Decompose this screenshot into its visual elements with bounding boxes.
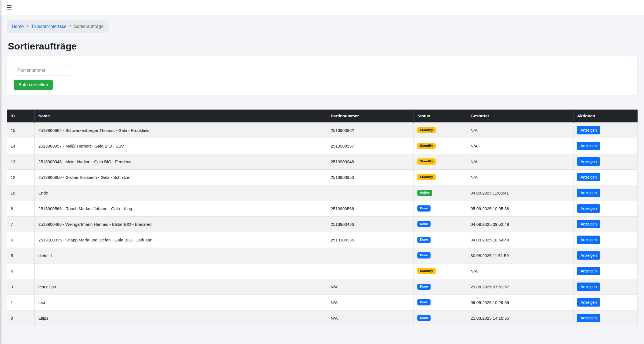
- cell-gestartet: 04.09.2025 09:52:49: [467, 216, 574, 232]
- cell-id: 7: [7, 216, 35, 232]
- cell-aktionen: Anzeigen: [574, 310, 638, 326]
- page-title: Sortieraufträge: [8, 41, 637, 52]
- status-badge: StandBy: [417, 127, 436, 133]
- cell-status: StandBy: [414, 138, 467, 154]
- cell-partienummer: N/A: [327, 310, 414, 326]
- cell-id: 0: [7, 310, 35, 326]
- status-badge: StandBy: [417, 143, 436, 149]
- cell-name: 2513900957 - Meißl Herbert - Gala BIO - …: [35, 138, 327, 154]
- breadcrumb-link-home[interactable]: Home: [12, 24, 24, 29]
- cell-id: 1: [7, 295, 35, 310]
- anzeigen-button[interactable]: Anzeigen: [577, 283, 600, 291]
- table-row: 132513900948 - Meier Nadine - Gala BIO -…: [7, 154, 638, 169]
- table-row: 122513900950 - Gruber Elisabeth - Gala -…: [7, 169, 638, 185]
- cell-aktionen: Anzeigen: [574, 201, 638, 216]
- anzeigen-button[interactable]: Anzeigen: [577, 298, 600, 307]
- cell-aktionen: Anzeigen: [574, 122, 638, 138]
- cell-partienummer: [327, 248, 414, 263]
- cell-aktionen: Anzeigen: [574, 279, 638, 295]
- col-header-id: ID: [7, 110, 35, 122]
- anzeigen-button[interactable]: Anzeigen: [577, 251, 600, 260]
- cell-name: Ende: [35, 185, 327, 201]
- cell-gestartet: 29.08.2025 07:51:57: [467, 279, 574, 295]
- cell-id: 14: [7, 138, 35, 154]
- col-header-status: Status: [414, 110, 467, 122]
- col-header-aktionen: Aktionen: [574, 110, 638, 122]
- cell-id: 4: [7, 263, 35, 279]
- anzeigen-button[interactable]: Anzeigen: [577, 126, 600, 134]
- cell-aktionen: Anzeigen: [574, 185, 638, 201]
- anzeigen-button[interactable]: Anzeigen: [577, 236, 600, 244]
- cell-status: Done: [414, 201, 467, 216]
- breadcrumb-current: Sortieraufträge: [74, 24, 104, 29]
- anzeigen-button[interactable]: Anzeigen: [577, 189, 600, 197]
- table-row: 152513900962 - Schwarzenberger Thomas - …: [7, 122, 638, 138]
- orders-table-wrap: ID Name Partienummer Status Gestartet Ak…: [7, 110, 637, 326]
- cell-gestartet: N/A: [467, 154, 574, 169]
- partienummer-input[interactable]: [14, 65, 71, 75]
- status-badge: Done: [417, 252, 431, 258]
- batch-erstellen-button[interactable]: Batch erstellen: [14, 80, 53, 90]
- status-badge: Done: [417, 237, 431, 243]
- cell-name: 2513100335 - Knapp Maria und Stefan - Ga…: [35, 232, 327, 248]
- hamburger-icon[interactable]: [4, 4, 14, 11]
- cell-partienummer: [327, 185, 414, 201]
- col-header-name: Name: [35, 110, 327, 122]
- cell-status: StandBy: [414, 154, 467, 169]
- cell-status: StandBy: [414, 122, 467, 138]
- anzeigen-button[interactable]: Anzeigen: [577, 267, 600, 275]
- cell-gestartet: 04.09.2025 10:54:44: [467, 232, 574, 248]
- status-badge: Done: [417, 284, 431, 290]
- table-row: 142513900957 - Meißl Herbert - Gala BIO …: [7, 138, 638, 154]
- status-badge: Active: [417, 190, 432, 196]
- cell-aktionen: Anzeigen: [574, 138, 638, 154]
- cell-name: 2513900948 - Meier Nadine - Gala BIO - F…: [35, 154, 327, 169]
- status-badge: Done: [417, 315, 431, 321]
- cell-gestartet: N/A: [467, 138, 574, 154]
- cell-id: 15: [7, 122, 35, 138]
- status-badge: StandBy: [417, 158, 436, 165]
- table-row: 5dieter 1Done30.08.2025 11:51:59Anzeigen: [7, 248, 638, 263]
- cell-partienummer: 2513900957: [327, 138, 414, 154]
- table-row: 4StandByN/AAnzeigen: [7, 263, 638, 279]
- cell-id: 13: [7, 154, 35, 169]
- cell-partienummer: N/A: [327, 295, 414, 310]
- cell-name: 2513900486 - Weingartmann Hannes - Elsta…: [35, 216, 327, 232]
- anzeigen-button[interactable]: Anzeigen: [577, 173, 600, 181]
- cell-partienummer: 2513900486: [327, 216, 414, 232]
- col-header-partienummer: Partienummer: [327, 110, 414, 122]
- anzeigen-button[interactable]: Anzeigen: [577, 314, 600, 322]
- status-badge: StandBy: [417, 174, 436, 180]
- cell-gestartet: 05.09.2025 10:05:38: [467, 201, 574, 216]
- cell-status: Active: [414, 185, 467, 201]
- cell-status: Done: [414, 248, 467, 263]
- status-badge: Done: [417, 221, 431, 227]
- cell-status: Done: [414, 310, 467, 326]
- cell-gestartet: N/A: [467, 263, 574, 279]
- status-badge: Done: [417, 205, 431, 212]
- anzeigen-button[interactable]: Anzeigen: [577, 204, 600, 213]
- cell-gestartet: N/A: [467, 169, 574, 185]
- cell-id: 3: [7, 279, 35, 295]
- cell-name: 2513900962 - Schwarzenberger Thomas - Ga…: [35, 122, 327, 138]
- table-row: 0EllipsN/ADone21.03.2025 14:10:55Anzeige…: [7, 310, 638, 326]
- table-row: 62513100335 - Knapp Maria und Stefan - G…: [7, 232, 638, 248]
- anzeigen-button[interactable]: Anzeigen: [577, 142, 600, 150]
- status-badge: StandBy: [417, 268, 436, 274]
- cell-partienummer: [327, 263, 414, 279]
- breadcrumb-link-truesort-interface[interactable]: Truesort-Interface: [31, 24, 67, 29]
- cell-id: 12: [7, 169, 35, 185]
- breadcrumb-separator: /: [27, 24, 28, 29]
- anzeigen-button[interactable]: Anzeigen: [577, 220, 600, 228]
- breadcrumb: Home / Truesort-Interface / Sortierauftr…: [7, 20, 109, 33]
- cell-id: 8: [7, 201, 35, 216]
- cell-aktionen: Anzeigen: [574, 169, 638, 185]
- cell-id: 5: [7, 248, 35, 263]
- cell-status: Done: [414, 295, 467, 310]
- anzeigen-button[interactable]: Anzeigen: [577, 157, 600, 166]
- table-row: 72513900486 - Weingartmann Hannes - Elst…: [7, 216, 638, 232]
- cell-name: test: [35, 295, 327, 310]
- cell-partienummer: N/A: [327, 279, 414, 295]
- cell-aktionen: Anzeigen: [574, 216, 638, 232]
- table-row: 10EndeActive04.09.2025 11:06:41Anzeigen: [7, 185, 638, 201]
